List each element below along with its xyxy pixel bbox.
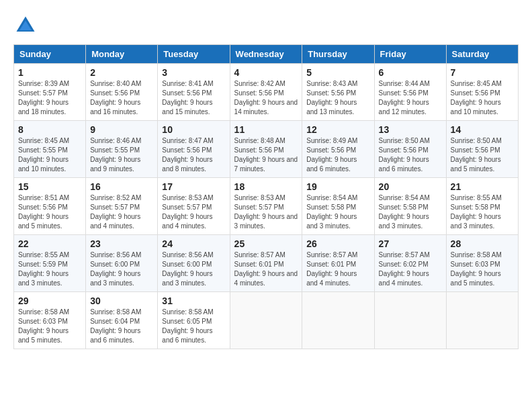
calendar-cell: 11 Sunrise: 8:48 AM Sunset: 5:56 PM Dayl… [230, 121, 302, 178]
calendar-cell: 21 Sunrise: 8:55 AM Sunset: 5:58 PM Dayl… [446, 178, 518, 235]
calendar-cell: 12 Sunrise: 8:49 AM Sunset: 5:56 PM Dayl… [302, 121, 374, 178]
day-number: 6 [379, 67, 442, 78]
day-number: 14 [451, 124, 514, 135]
calendar-cell: 25 Sunrise: 8:57 AM Sunset: 6:01 PM Dayl… [230, 235, 302, 292]
day-detail: Sunrise: 8:40 AM Sunset: 5:56 PM Dayligh… [90, 79, 153, 117]
calendar-cell [374, 292, 446, 349]
calendar-cell: 19 Sunrise: 8:54 AM Sunset: 5:58 PM Dayl… [302, 178, 374, 235]
logo [13, 13, 40, 38]
day-detail: Sunrise: 8:55 AM Sunset: 5:59 PM Dayligh… [18, 250, 81, 288]
calendar-week-row: 22 Sunrise: 8:55 AM Sunset: 5:59 PM Dayl… [14, 235, 519, 292]
day-detail: Sunrise: 8:57 AM Sunset: 6:01 PM Dayligh… [306, 250, 369, 288]
day-detail: Sunrise: 8:39 AM Sunset: 5:57 PM Dayligh… [18, 79, 81, 117]
day-number: 3 [162, 67, 225, 78]
calendar-day-header: Saturday [446, 45, 518, 64]
calendar-cell: 18 Sunrise: 8:53 AM Sunset: 5:57 PM Dayl… [230, 178, 302, 235]
day-number: 27 [379, 238, 442, 249]
day-number: 9 [90, 124, 153, 135]
calendar-cell: 10 Sunrise: 8:47 AM Sunset: 5:56 PM Dayl… [158, 121, 230, 178]
day-number: 2 [90, 67, 153, 78]
day-detail: Sunrise: 8:50 AM Sunset: 5:56 PM Dayligh… [379, 136, 442, 174]
calendar-cell: 2 Sunrise: 8:40 AM Sunset: 5:56 PM Dayli… [86, 64, 158, 121]
day-detail: Sunrise: 8:56 AM Sunset: 6:00 PM Dayligh… [162, 250, 225, 288]
day-detail: Sunrise: 8:53 AM Sunset: 5:57 PM Dayligh… [234, 193, 298, 231]
calendar-week-row: 1 Sunrise: 8:39 AM Sunset: 5:57 PM Dayli… [14, 64, 519, 121]
day-number: 8 [18, 124, 81, 135]
calendar-cell: 6 Sunrise: 8:44 AM Sunset: 5:56 PM Dayli… [374, 64, 446, 121]
calendar-week-row: 15 Sunrise: 8:51 AM Sunset: 5:56 PM Dayl… [14, 178, 519, 235]
day-detail: Sunrise: 8:57 AM Sunset: 6:02 PM Dayligh… [379, 250, 442, 288]
calendar-cell: 5 Sunrise: 8:43 AM Sunset: 5:56 PM Dayli… [302, 64, 374, 121]
day-detail: Sunrise: 8:49 AM Sunset: 5:56 PM Dayligh… [306, 136, 369, 174]
calendar-cell: 31 Sunrise: 8:58 AM Sunset: 6:05 PM Dayl… [158, 292, 230, 349]
day-number: 12 [306, 124, 369, 135]
calendar-cell: 28 Sunrise: 8:58 AM Sunset: 6:03 PM Dayl… [446, 235, 518, 292]
calendar-day-header: Tuesday [158, 45, 230, 64]
calendar-cell: 8 Sunrise: 8:45 AM Sunset: 5:55 PM Dayli… [14, 121, 86, 178]
day-number: 21 [451, 181, 514, 192]
day-number: 23 [90, 238, 153, 249]
day-number: 19 [306, 181, 369, 192]
page-header [13, 13, 519, 38]
day-number: 24 [162, 238, 225, 249]
day-detail: Sunrise: 8:42 AM Sunset: 5:56 PM Dayligh… [234, 79, 298, 117]
day-number: 28 [451, 238, 514, 249]
calendar-cell [230, 292, 302, 349]
day-number: 7 [451, 67, 514, 78]
calendar-day-header: Thursday [302, 45, 374, 64]
calendar-day-header: Sunday [14, 45, 86, 64]
day-detail: Sunrise: 8:56 AM Sunset: 6:00 PM Dayligh… [90, 250, 153, 288]
day-number: 11 [234, 124, 298, 135]
day-detail: Sunrise: 8:41 AM Sunset: 5:56 PM Dayligh… [162, 79, 225, 117]
day-detail: Sunrise: 8:58 AM Sunset: 6:05 PM Dayligh… [162, 308, 225, 345]
day-number: 10 [162, 124, 225, 135]
calendar-day-header: Friday [374, 45, 446, 64]
day-detail: Sunrise: 8:55 AM Sunset: 5:58 PM Dayligh… [451, 193, 514, 231]
calendar-cell: 1 Sunrise: 8:39 AM Sunset: 5:57 PM Dayli… [14, 64, 86, 121]
calendar-cell: 23 Sunrise: 8:56 AM Sunset: 6:00 PM Dayl… [86, 235, 158, 292]
day-number: 25 [234, 238, 298, 249]
calendar-cell: 17 Sunrise: 8:53 AM Sunset: 5:57 PM Dayl… [158, 178, 230, 235]
day-detail: Sunrise: 8:54 AM Sunset: 5:58 PM Dayligh… [379, 193, 442, 231]
calendar-cell: 4 Sunrise: 8:42 AM Sunset: 5:56 PM Dayli… [230, 64, 302, 121]
day-detail: Sunrise: 8:46 AM Sunset: 5:55 PM Dayligh… [90, 136, 153, 174]
calendar-cell: 16 Sunrise: 8:52 AM Sunset: 5:57 PM Dayl… [86, 178, 158, 235]
day-number: 1 [18, 67, 81, 78]
calendar-day-header: Monday [86, 45, 158, 64]
calendar-cell [446, 292, 518, 349]
day-number: 4 [234, 67, 298, 78]
logo-icon [13, 13, 38, 38]
day-detail: Sunrise: 8:57 AM Sunset: 6:01 PM Dayligh… [234, 250, 298, 288]
day-number: 30 [90, 295, 153, 306]
calendar-cell [302, 292, 374, 349]
calendar-cell: 20 Sunrise: 8:54 AM Sunset: 5:58 PM Dayl… [374, 178, 446, 235]
calendar-table: SundayMondayTuesdayWednesdayThursdayFrid… [13, 44, 519, 349]
calendar-header-row: SundayMondayTuesdayWednesdayThursdayFrid… [14, 45, 519, 64]
calendar-cell: 27 Sunrise: 8:57 AM Sunset: 6:02 PM Dayl… [374, 235, 446, 292]
calendar-week-row: 29 Sunrise: 8:58 AM Sunset: 6:03 PM Dayl… [14, 292, 519, 349]
calendar-cell: 24 Sunrise: 8:56 AM Sunset: 6:00 PM Dayl… [158, 235, 230, 292]
day-number: 22 [18, 238, 81, 249]
day-number: 29 [18, 295, 81, 306]
day-number: 17 [162, 181, 225, 192]
day-detail: Sunrise: 8:54 AM Sunset: 5:58 PM Dayligh… [306, 193, 369, 231]
day-detail: Sunrise: 8:47 AM Sunset: 5:56 PM Dayligh… [162, 136, 225, 174]
calendar-cell: 14 Sunrise: 8:50 AM Sunset: 5:56 PM Dayl… [446, 121, 518, 178]
calendar-cell: 13 Sunrise: 8:50 AM Sunset: 5:56 PM Dayl… [374, 121, 446, 178]
day-number: 5 [306, 67, 369, 78]
day-number: 13 [379, 124, 442, 135]
day-detail: Sunrise: 8:58 AM Sunset: 6:04 PM Dayligh… [90, 308, 153, 345]
calendar-week-row: 8 Sunrise: 8:45 AM Sunset: 5:55 PM Dayli… [14, 121, 519, 178]
calendar-cell: 9 Sunrise: 8:46 AM Sunset: 5:55 PM Dayli… [86, 121, 158, 178]
calendar-cell: 15 Sunrise: 8:51 AM Sunset: 5:56 PM Dayl… [14, 178, 86, 235]
day-number: 16 [90, 181, 153, 192]
day-detail: Sunrise: 8:58 AM Sunset: 6:03 PM Dayligh… [451, 250, 514, 288]
calendar-cell: 22 Sunrise: 8:55 AM Sunset: 5:59 PM Dayl… [14, 235, 86, 292]
day-number: 31 [162, 295, 225, 306]
day-detail: Sunrise: 8:51 AM Sunset: 5:56 PM Dayligh… [18, 193, 81, 231]
calendar-cell: 30 Sunrise: 8:58 AM Sunset: 6:04 PM Dayl… [86, 292, 158, 349]
day-number: 26 [306, 238, 369, 249]
day-detail: Sunrise: 8:45 AM Sunset: 5:55 PM Dayligh… [18, 136, 81, 174]
day-detail: Sunrise: 8:44 AM Sunset: 5:56 PM Dayligh… [379, 79, 442, 117]
day-detail: Sunrise: 8:53 AM Sunset: 5:57 PM Dayligh… [162, 193, 225, 231]
